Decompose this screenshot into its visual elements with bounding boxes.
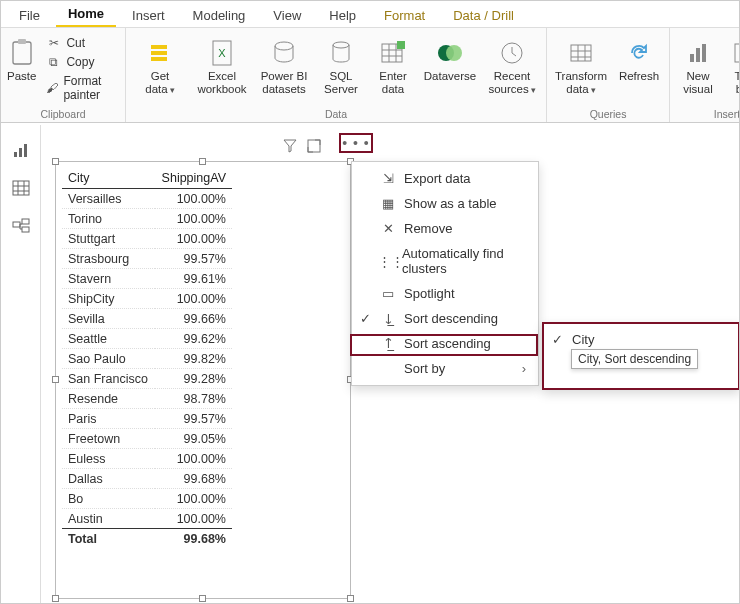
enter-data-button[interactable]: Enter data	[370, 30, 416, 96]
svg-rect-7	[397, 41, 405, 49]
ctx-sort-by[interactable]: Sort by›	[352, 356, 538, 381]
table-row[interactable]: Bo100.00%	[62, 489, 232, 509]
sortby-city[interactable]: ✓City	[544, 328, 738, 351]
cell-value: 99.61%	[155, 269, 232, 289]
cell-value: 99.57%	[155, 249, 232, 269]
ctx-clusters[interactable]: ⋮⋮Automatically find clusters	[352, 241, 538, 281]
cell-value: 99.57%	[155, 409, 232, 429]
table-row[interactable]: Sevilla99.66%	[62, 309, 232, 329]
tab-help[interactable]: Help	[317, 3, 368, 27]
svg-point-5	[333, 42, 349, 48]
sql-icon	[329, 36, 353, 70]
sql-server-button[interactable]: SQL Server	[318, 30, 364, 96]
table-visual[interactable]: City ShippingAV Versailles100.00%Torino1…	[55, 161, 351, 599]
refresh-button[interactable]: Refresh	[615, 30, 663, 83]
ribbon: Paste ✂Cut ⧉Copy 🖌Format painter Clipboa…	[1, 28, 739, 123]
copy-icon: ⧉	[46, 55, 61, 69]
svg-rect-12	[690, 54, 694, 62]
transform-icon	[568, 36, 594, 70]
table-row[interactable]: San Francisco99.28%	[62, 369, 232, 389]
paste-button[interactable]: Paste	[7, 30, 36, 83]
transform-data-button[interactable]: Transform data	[553, 30, 609, 96]
cell-value: 100.00%	[155, 189, 232, 209]
excel-button[interactable]: XExcel workbook	[194, 30, 250, 96]
enter-data-icon	[380, 36, 406, 70]
canvas: • • • City ShippingAV Versailles100.00%T…	[51, 131, 735, 599]
clipboard-icon	[9, 36, 35, 70]
table-row[interactable]: ShipCity100.00%	[62, 289, 232, 309]
table-row[interactable]: Dallas99.68%	[62, 469, 232, 489]
table-row[interactable]: Versailles100.00%	[62, 189, 232, 209]
remove-icon: ✕	[380, 221, 396, 236]
cell-city: Freetown	[62, 429, 155, 449]
format-painter-button[interactable]: 🖌Format painter	[42, 72, 119, 104]
recent-sources-button[interactable]: Recent sources	[484, 30, 540, 96]
group-queries-label: Queries	[553, 106, 663, 122]
focus-mode-icon[interactable]	[307, 139, 321, 153]
cell-city: Paris	[62, 409, 155, 429]
text-box-button[interactable]: AText box	[726, 30, 740, 96]
copy-button[interactable]: ⧉Copy	[42, 53, 119, 71]
ctx-spotlight[interactable]: ▭Spotlight	[352, 281, 538, 306]
table-row[interactable]: Paris99.57%	[62, 409, 232, 429]
tab-insert[interactable]: Insert	[120, 3, 177, 27]
resize-handle[interactable]	[347, 595, 354, 602]
cell-city: Seattle	[62, 329, 155, 349]
tab-file[interactable]: File	[7, 3, 52, 27]
table-row[interactable]: Euless100.00%	[62, 449, 232, 469]
sort-desc-icon: ↓̲	[380, 311, 396, 326]
tab-datadrill[interactable]: Data / Drill	[441, 3, 526, 27]
ctx-sort-desc[interactable]: ✓↓̲Sort descending	[352, 306, 538, 331]
table-row[interactable]: Stavern99.61%	[62, 269, 232, 289]
new-visual-button[interactable]: New visual	[676, 30, 720, 96]
cell-city: Resende	[62, 389, 155, 409]
dataverse-button[interactable]: Dataverse	[422, 30, 478, 83]
export-icon: ⇲	[380, 171, 396, 186]
get-data-icon	[146, 36, 174, 70]
tab-format[interactable]: Format	[372, 3, 437, 27]
cut-icon: ✂	[46, 36, 61, 50]
ctx-remove[interactable]: ✕Remove	[352, 216, 538, 241]
resize-handle[interactable]	[52, 376, 59, 383]
table-row[interactable]: Sao Paulo99.82%	[62, 349, 232, 369]
resize-handle[interactable]	[199, 158, 206, 165]
table-row[interactable]: Stuttgart100.00%	[62, 229, 232, 249]
report-view-button[interactable]	[11, 141, 31, 159]
left-nav	[1, 125, 41, 603]
cut-button[interactable]: ✂Cut	[42, 34, 119, 52]
chevron-right-icon: ›	[522, 361, 526, 376]
filter-icon[interactable]	[283, 139, 297, 153]
model-view-button[interactable]	[11, 217, 31, 235]
cell-value: 99.28%	[155, 369, 232, 389]
data-view-button[interactable]	[11, 179, 31, 197]
table-row[interactable]: Freetown99.05%	[62, 429, 232, 449]
cell-city: Stavern	[62, 269, 155, 289]
svg-rect-17	[14, 152, 17, 157]
table-row[interactable]: Seattle99.62%	[62, 329, 232, 349]
table-row[interactable]: Torino100.00%	[62, 209, 232, 229]
table-row[interactable]: Resende98.78%	[62, 389, 232, 409]
col-shippingav[interactable]: ShippingAV	[155, 168, 232, 189]
col-city[interactable]: City	[62, 168, 155, 189]
cell-city: Stuttgart	[62, 229, 155, 249]
tab-home[interactable]: Home	[56, 1, 116, 27]
table-row[interactable]: Strasbourg99.57%	[62, 249, 232, 269]
tab-view[interactable]: View	[261, 3, 313, 27]
group-data-label: Data	[132, 106, 540, 122]
table-row[interactable]: Austin100.00%	[62, 509, 232, 529]
cell-value: 99.82%	[155, 349, 232, 369]
cell-city: Sao Paulo	[62, 349, 155, 369]
more-options-button[interactable]: • • •	[339, 133, 373, 153]
pbi-datasets-button[interactable]: Power BI datasets	[256, 30, 312, 96]
ctx-export-data[interactable]: ⇲Export data	[352, 166, 538, 191]
resize-handle[interactable]	[52, 158, 59, 165]
cell-value: 98.78%	[155, 389, 232, 409]
resize-handle[interactable]	[199, 595, 206, 602]
tab-modeling[interactable]: Modeling	[181, 3, 258, 27]
ctx-show-table[interactable]: ▦Show as a table	[352, 191, 538, 216]
group-clipboard: Paste ✂Cut ⧉Copy 🖌Format painter Clipboa…	[1, 28, 126, 122]
resize-handle[interactable]	[52, 595, 59, 602]
cell-value: 99.66%	[155, 309, 232, 329]
get-data-button[interactable]: Get data	[132, 30, 188, 96]
cell-value: 100.00%	[155, 489, 232, 509]
